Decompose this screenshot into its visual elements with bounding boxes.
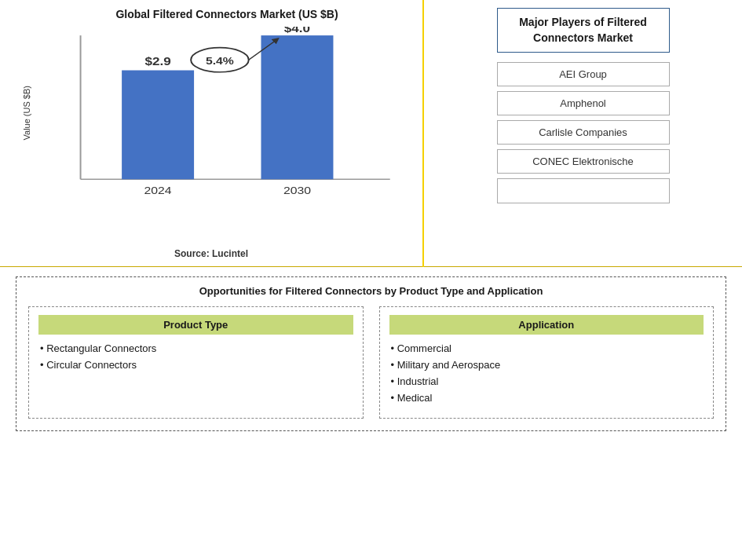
y-axis-label: Value (US $B) [22, 86, 31, 141]
top-section: Global Filtered Connectors Market (US $B… [0, 0, 742, 267]
product-type-col: Product Type • Rectangular Connectors • … [28, 306, 364, 419]
bar-2030-value: $4.0 [284, 27, 310, 34]
player-item-4 [497, 178, 670, 203]
annotation-text: 5.4% [206, 55, 234, 67]
product-type-header: Product Type [38, 315, 353, 335]
player-item-1: Amphenol [497, 91, 670, 115]
product-item-0: • Rectangular Connectors [38, 342, 353, 354]
product-item-1: • Circular Connectors [38, 359, 353, 371]
bar-2024 [122, 71, 194, 180]
app-item-2: • Industrial [389, 375, 704, 387]
player-item-0: AEI Group [497, 62, 670, 86]
bottom-section: Opportunities for Filtered Connectors by… [0, 267, 742, 560]
main-container: Global Filtered Connectors Market (US $B… [0, 0, 742, 560]
application-col: Application • Commercial • Military and … [379, 306, 715, 419]
player-item-3: CONEC Elektronische [497, 149, 670, 174]
app-item-3: • Medical [389, 392, 704, 404]
bar-2024-value: $2.9 [144, 55, 170, 68]
bar-2030 [261, 35, 333, 179]
app-item-0: • Commercial [389, 342, 704, 354]
opportunities-title: Opportunities for Filtered Connectors by… [28, 285, 714, 297]
chart-svg: $2.9 $4.0 5.4% 2024 [39, 27, 411, 201]
chart-inner: Value (US $B) $2.9 $4.0 [16, 27, 415, 223]
app-item-1: • Military and Aerospace [389, 359, 704, 371]
chart-area: Global Filtered Connectors Market (US $B… [0, 0, 424, 267]
opportunities-box: Opportunities for Filtered Connectors by… [16, 276, 726, 431]
chart-plot: $2.9 $4.0 5.4% 2024 [39, 27, 411, 201]
player-item-2: Carlisle Companies [497, 120, 670, 145]
players-title: Major Players of Filtered Connectors Mar… [497, 8, 670, 53]
x-label-2024: 2024 [144, 185, 172, 196]
chart-title: Global Filtered Connectors Market (US $B… [16, 8, 415, 20]
opp-columns: Product Type • Rectangular Connectors • … [28, 306, 714, 419]
source-text: Source: Lucintel [174, 248, 248, 259]
application-header: Application [389, 315, 704, 335]
x-label-2030: 2030 [283, 185, 311, 196]
players-area: Major Players of Filtered Connectors Mar… [424, 0, 742, 267]
